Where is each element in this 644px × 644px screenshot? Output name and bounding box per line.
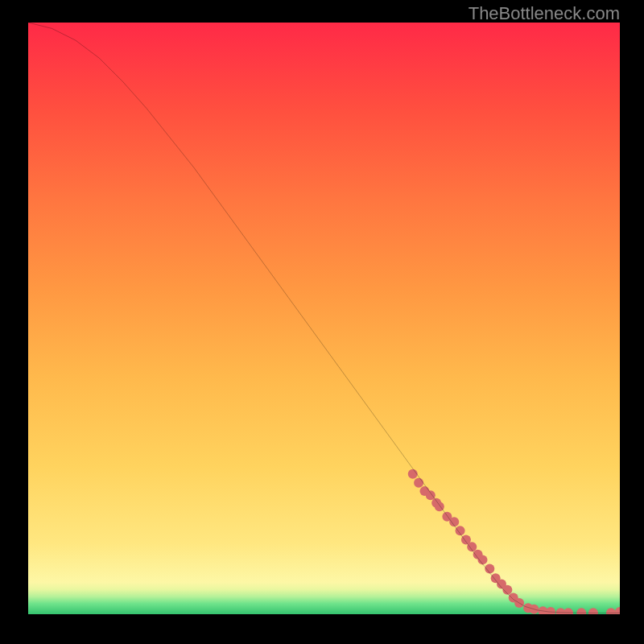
data-point [546, 607, 555, 614]
data-point [502, 585, 512, 595]
data-point [414, 478, 423, 488]
data-point [456, 526, 465, 535]
data-point [467, 542, 477, 551]
data-point [588, 608, 598, 614]
data-point [408, 469, 418, 479]
chart-svg [28, 23, 620, 614]
data-point [426, 490, 436, 500]
watermark-label: TheBottleneck.com [469, 3, 620, 24]
data-point [615, 607, 620, 614]
data-point [576, 608, 586, 614]
points-group [408, 469, 620, 614]
main-curve [28, 23, 620, 613]
chart-area [28, 23, 620, 614]
data-point [564, 608, 573, 614]
data-point [606, 608, 616, 614]
